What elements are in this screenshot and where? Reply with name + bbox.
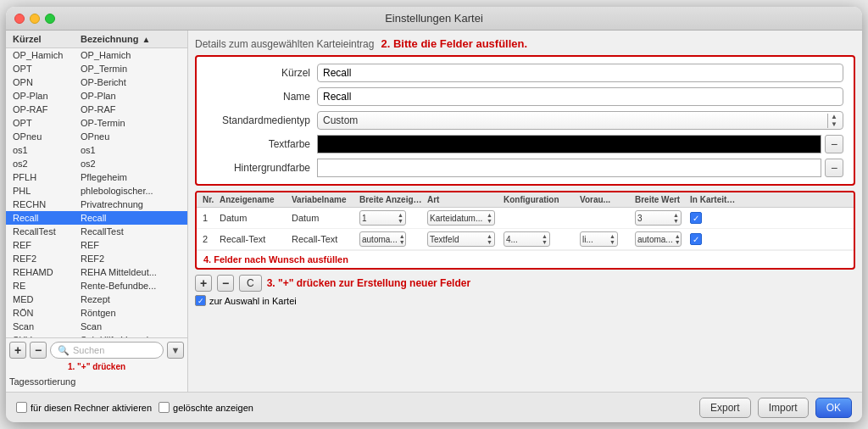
td-anzname-1: Datum: [217, 212, 289, 224]
fuer-diesen-item: für diesen Rechner aktivieren: [16, 402, 152, 413]
breite-select-2[interactable]: automa... ▲ ▼: [359, 231, 406, 247]
list-kuerzel: OPT: [9, 63, 77, 75]
list-item[interactable]: REF REF: [6, 238, 187, 252]
ok-button[interactable]: OK: [815, 398, 852, 418]
hintergrundfarbe-row: Hintergrundfarbe −: [207, 159, 843, 177]
up-arrow[interactable]: ▲: [831, 114, 837, 120]
list-bezeichnung: OP-RAF: [77, 103, 184, 115]
textfarbe-swatch[interactable]: [317, 135, 821, 153]
list-kuerzel: RÖN: [9, 307, 77, 319]
checkbox-row: ✓ zur Auswahl in Kartei: [195, 295, 855, 306]
breitew-select-1[interactable]: 3 ▲ ▼: [635, 210, 682, 226]
fuer-diesen-label: für diesen Rechner aktivieren: [31, 403, 152, 413]
list-item[interactable]: RÖN Röntgen: [6, 306, 187, 320]
right-panel: Details zum ausgewählten Karteieintrag 2…: [188, 31, 862, 392]
kuerzel-row: Kürzel: [207, 64, 843, 82]
list-item[interactable]: OP_Hamich OP_Hamich: [6, 48, 187, 62]
td-inkart-2: ✓: [687, 232, 738, 246]
list-item[interactable]: RECHN Privatrechnung: [6, 198, 187, 211]
down-arrow[interactable]: ▼: [831, 121, 837, 128]
breite-select-1[interactable]: 1 ▲ ▼: [359, 210, 406, 226]
import-button[interactable]: Import: [758, 398, 809, 418]
list-item[interactable]: RE Rente-Befundbe...: [6, 279, 187, 292]
kuerzel-label: Kürzel: [207, 67, 317, 79]
add-entry-button[interactable]: +: [9, 342, 26, 359]
inkart-checkbox-1[interactable]: ✓: [690, 212, 702, 224]
hintergrundfarbe-clear-button[interactable]: −: [825, 159, 843, 177]
td-varname-2: Recall-Text: [289, 233, 357, 245]
remove-field-button[interactable]: −: [217, 275, 234, 292]
kuerzel-input[interactable]: [317, 64, 843, 82]
list-body[interactable]: OP_Hamich OP_Hamich OPT OP_Termin OPN OP…: [6, 48, 187, 337]
hintergrundfarbe-swatch[interactable]: [317, 159, 821, 177]
list-item[interactable]: os2 os2: [6, 157, 187, 170]
list-item[interactable]: OPT OP_Termin: [6, 62, 187, 75]
list-bezeichnung: OP_Termin: [77, 63, 184, 75]
fuer-diesen-checkbox[interactable]: [16, 402, 27, 413]
standardmedientyp-label: Standardmedientyp: [207, 114, 317, 126]
list-item[interactable]: OP-RAF OP-RAF: [6, 103, 187, 116]
close-button[interactable]: [14, 14, 25, 24]
standardmedientyp-value: Custom: [323, 114, 827, 126]
list-item[interactable]: Scan Scan: [6, 320, 187, 333]
list-item[interactable]: PFLH Pflegeheim: [6, 170, 187, 184]
list-item[interactable]: Recall Recall: [6, 211, 187, 225]
list-kuerzel: PFLH: [9, 171, 77, 183]
add-field-button[interactable]: +: [195, 275, 212, 292]
instruction-3: 3. "+" drücken zur Erstellung neuer Feld…: [267, 277, 470, 289]
konf-select-2[interactable]: 4... ▲ ▼: [504, 231, 550, 247]
td-art-2: Textfeld ▲ ▼: [425, 231, 501, 248]
list-item[interactable]: REHAMD REHA Mitteldeut...: [6, 265, 187, 279]
filter-button[interactable]: ▼: [167, 342, 184, 359]
minimize-button[interactable]: [30, 14, 40, 24]
art-select-2[interactable]: Textfeld ▲ ▼: [427, 231, 495, 247]
form-section: Kürzel Name Standardmedientyp Custom ▲ ▼: [195, 55, 855, 186]
th-inkart: In Karteitext: [687, 194, 738, 205]
list-item[interactable]: OP-Plan OP-Plan: [6, 89, 187, 103]
spinner-arrows[interactable]: ▲ ▼: [827, 114, 837, 128]
list-bezeichnung: Rente-Befundbe...: [77, 280, 184, 292]
textfarbe-clear-button[interactable]: −: [825, 135, 843, 153]
list-item[interactable]: OPT OP-Termin: [6, 116, 187, 130]
col-kuerzel: Kürzel: [9, 32, 77, 46]
name-input[interactable]: [317, 87, 843, 106]
details-header: Details zum ausgewählten Karteieintrag 2…: [195, 37, 855, 50]
list-bezeichnung: OP-Termin: [77, 117, 184, 129]
export-button[interactable]: Export: [699, 398, 751, 418]
inkart-checkbox-2[interactable]: ✓: [690, 233, 702, 245]
table-row: 2 Recall-Text Recall-Text automa... ▲ ▼: [197, 229, 854, 250]
textfarbe-label: Textfarbe: [207, 138, 317, 150]
list-item[interactable]: os1 os1: [6, 143, 187, 157]
list-bezeichnung: Privatrechnung: [77, 198, 184, 210]
list-item[interactable]: OPneu OPneu: [6, 130, 187, 143]
list-item[interactable]: MED Rezept: [6, 292, 187, 306]
list-item[interactable]: PHL phlebologischer...: [6, 184, 187, 198]
vorau-select-2[interactable]: li... ▲ ▼: [580, 231, 618, 247]
name-label: Name: [207, 91, 317, 103]
list-item[interactable]: RecallTest RecallTest: [6, 225, 187, 238]
window-title: Einstellungen Kartei: [385, 12, 483, 25]
zur-auswahl-checkbox[interactable]: ✓: [195, 295, 206, 306]
td-konf-1: [501, 217, 577, 219]
zur-auswahl-item: ✓ zur Auswahl in Kartei: [195, 295, 297, 306]
maximize-button[interactable]: [45, 14, 55, 24]
geloeschte-checkbox[interactable]: [159, 402, 170, 413]
list-item[interactable]: REF2 REF2: [6, 252, 187, 265]
c-button[interactable]: C: [239, 275, 262, 292]
list-item[interactable]: OPN OP-Bericht: [6, 75, 187, 89]
breitew-select-2[interactable]: automa... ▲ ▼: [635, 231, 682, 247]
td-breitew-2: automa... ▲ ▼: [632, 231, 687, 248]
td-konf-2: 4... ▲ ▼: [501, 231, 577, 248]
list-btn-row: + − 🔍 Suchen ▼: [9, 342, 184, 359]
standardmedientyp-row: Standardmedientyp Custom ▲ ▼: [207, 111, 843, 130]
name-row: Name: [207, 87, 843, 106]
art-select-1[interactable]: Karteidatum... ▲ ▼: [427, 210, 495, 226]
bottom-row: + − C 3. "+" drücken zur Erstellung neue…: [195, 275, 855, 292]
list-kuerzel: OP-Plan: [9, 90, 77, 102]
search-box[interactable]: 🔍 Suchen: [50, 342, 164, 359]
list-bezeichnung: OP_Hamich: [77, 49, 184, 61]
standardmedientyp-select[interactable]: Custom ▲ ▼: [317, 111, 843, 130]
list-bezeichnung: REF2: [77, 253, 184, 265]
remove-entry-button[interactable]: −: [30, 342, 47, 359]
table-header: Nr. Anzeigename Variabelname Breite Anze…: [197, 192, 854, 208]
